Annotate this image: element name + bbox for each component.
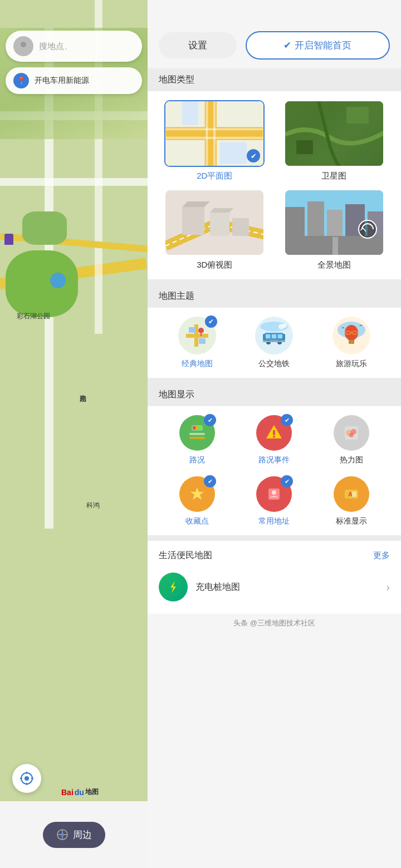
- map-type-3d[interactable]: 3D俯视图: [159, 189, 271, 270]
- display-grid: ✔ 路况 ✔ 路况事件: [159, 415, 390, 526]
- life-section: 生活便民地图 更多 充电桩地图 ›: [148, 541, 401, 614]
- theme-items: ✔ 经典地图: [159, 317, 390, 369]
- map-display-section-header: 地图显示: [148, 383, 401, 406]
- nearby-button[interactable]: 周边: [43, 822, 105, 848]
- display-heatmap-wrap: [334, 415, 369, 455]
- display-standard-icon: A: [334, 476, 369, 512]
- svg-rect-53: [263, 341, 285, 342]
- life-header: 生活便民地图 更多: [159, 550, 390, 561]
- svg-point-71: [273, 436, 275, 438]
- svg-marker-26: [210, 208, 233, 213]
- smart-home-label: 开启智能首页: [295, 39, 351, 52]
- svg-rect-23: [182, 207, 204, 235]
- svg-rect-36: [332, 237, 338, 256]
- status-bar: ⏰ ◎ ▪▪ [69]⚡ 09:31: [295, 0, 401, 27]
- svg-rect-15: [206, 101, 208, 166]
- charging-arrow-icon: ›: [386, 581, 390, 594]
- divider-3: [148, 535, 401, 541]
- svg-rect-50: [278, 334, 282, 338]
- display-favorite-check: ✔: [204, 475, 216, 487]
- life-item-charging[interactable]: 充电桩地图 ›: [159, 569, 390, 605]
- theme-transit-label: 公交地铁: [258, 359, 290, 369]
- svg-rect-81: [352, 491, 356, 497]
- display-heatmap[interactable]: 热力图: [313, 415, 390, 465]
- display-address-label: 常用地址: [258, 516, 290, 526]
- search-area: 搜地点、 📍 开电车用新能源: [6, 31, 142, 94]
- life-title: 生活便民地图: [159, 550, 212, 561]
- display-incident-check: ✔: [281, 414, 293, 426]
- map-type-3d-label: 3D俯视图: [197, 260, 232, 270]
- avatar: [13, 36, 33, 56]
- svg-rect-27: [232, 218, 249, 236]
- display-traffic-check: ✔: [204, 414, 216, 426]
- map-type-satellite[interactable]: 卫星图: [278, 100, 390, 181]
- theme-tourism-label: 旅游玩乐: [336, 359, 367, 369]
- svg-rect-18: [220, 142, 247, 164]
- map-type-satellite-label: 卫星图: [321, 171, 346, 181]
- svg-rect-16: [213, 101, 216, 166]
- display-standard-wrap: A: [334, 476, 369, 516]
- check-icon: ✔: [283, 40, 291, 51]
- svg-point-78: [272, 490, 276, 495]
- svg-point-3: [25, 776, 29, 781]
- svg-rect-21: [296, 140, 313, 154]
- map-type-satellite-thumb: [284, 100, 384, 167]
- display-favorite-label: 收藏点: [185, 516, 209, 526]
- map-type-2d-thumb: ✔: [164, 100, 265, 167]
- svg-marker-76: [190, 487, 204, 500]
- theme-transit[interactable]: 公交地铁: [236, 317, 312, 369]
- search-placeholder: 搜地点、: [39, 41, 72, 52]
- location-button[interactable]: [12, 764, 41, 793]
- map-label-kehong: 科鸿: [86, 501, 100, 510]
- right-panel: ⏰ ◎ ▪▪ [69]⚡ 09:31 设置 ✔ 开启智能首页 地图类型: [148, 0, 401, 868]
- svg-rect-17: [182, 101, 198, 125]
- display-incident-label: 路况事件: [258, 455, 290, 465]
- settings-button[interactable]: 设置: [159, 32, 237, 58]
- svg-rect-41: [189, 327, 195, 333]
- poi-text: 开电车用新能源: [35, 76, 89, 86]
- map-theme-section: ✔ 经典地图: [148, 308, 401, 378]
- map-type-panorama-label: 全景地图: [317, 260, 351, 270]
- display-standard-label: 标准显示: [336, 516, 367, 526]
- map-type-3d-thumb: [164, 189, 265, 256]
- display-traffic-label: 路况: [189, 455, 205, 465]
- svg-rect-48: [266, 334, 270, 338]
- svg-text:A: A: [348, 491, 353, 497]
- svg-rect-60: [349, 340, 354, 344]
- theme-tourism[interactable]: 旅游玩乐: [313, 317, 390, 369]
- poi-icon: 📍: [13, 73, 29, 88]
- display-incident-wrap: ✔: [256, 415, 292, 455]
- map-label-park: 彩石湖公园: [17, 312, 50, 321]
- search-box[interactable]: 搜地点、: [6, 31, 142, 62]
- svg-rect-20: [346, 107, 369, 124]
- display-heatmap-label: 热力图: [340, 455, 363, 465]
- map-type-grid: ✔ 2D平面图 卫星图: [148, 91, 401, 279]
- theme-classic-label: 经典地图: [182, 359, 213, 369]
- svg-point-0: [21, 42, 26, 47]
- map-type-panorama[interactable]: 全景地图: [278, 189, 390, 270]
- baidu-logo: Baidu地图: [61, 787, 99, 797]
- divider-2: [148, 378, 401, 383]
- map-type-2d-label: 2D平面图: [197, 171, 232, 181]
- display-standard[interactable]: A 标准显示: [313, 476, 390, 526]
- map-type-2d[interactable]: ✔ 2D平面图: [159, 100, 271, 181]
- theme-classic-check: ✔: [205, 315, 217, 328]
- life-more-button[interactable]: 更多: [373, 550, 390, 561]
- svg-rect-42: [199, 338, 206, 344]
- svg-rect-70: [273, 430, 275, 435]
- poi-box[interactable]: 📍 开电车用新能源: [6, 67, 142, 94]
- smart-home-button[interactable]: ✔ 开启智能首页: [246, 31, 390, 60]
- display-incident[interactable]: ✔ 路况事件: [236, 415, 312, 465]
- display-address-check: ✔: [281, 475, 293, 487]
- svg-point-66: [198, 426, 202, 430]
- display-traffic-wrap: ✔: [179, 415, 215, 455]
- theme-classic[interactable]: ✔ 经典地图: [159, 317, 236, 369]
- svg-point-43: [198, 328, 204, 333]
- theme-transit-icon: [255, 317, 293, 354]
- nearby-label: 周边: [73, 828, 92, 841]
- display-traffic[interactable]: ✔ 路况: [159, 415, 236, 465]
- theme-classic-icon-wrap: ✔: [178, 317, 216, 354]
- display-favorite[interactable]: ✔ 收藏点: [159, 476, 236, 526]
- display-address[interactable]: ✔ 常用地址: [236, 476, 312, 526]
- svg-rect-68: [189, 437, 205, 439]
